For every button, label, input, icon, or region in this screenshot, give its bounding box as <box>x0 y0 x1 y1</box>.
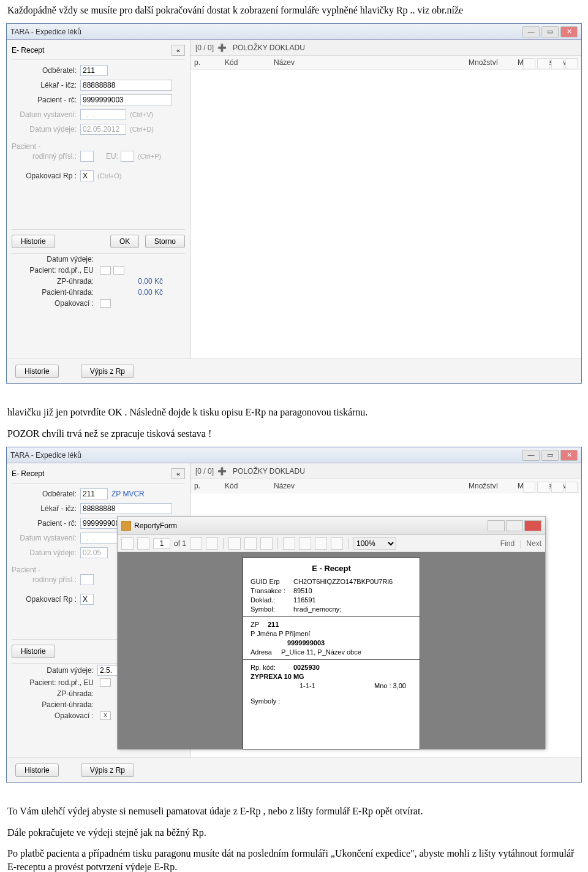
nav-next-icon[interactable] <box>190 537 202 550</box>
doc-paragraph-2b: POZOR chvíli trvá než se zpracuje tiskov… <box>0 423 588 444</box>
label-opak-2: Opakovací Rp : <box>12 595 80 604</box>
label-pacient: Pacient - rč: <box>12 96 80 104</box>
right-panel: [0 / 0] ➕ POLOŽKY DOKLADU p. Kód Název M… <box>190 40 581 358</box>
doc-paragraph-3: To Vám ulehčí výdej abyste si nemuseli p… <box>0 801 588 822</box>
plus-icon-2[interactable]: ➕ <box>217 467 227 476</box>
symboly-label: Symboly : <box>251 697 280 705</box>
label-lekar-2: Lékař - ičz: <box>12 504 80 513</box>
action-icon-3[interactable] <box>551 58 564 69</box>
action-icon-2[interactable] <box>537 58 549 69</box>
recept-paper: E - Recept GUID ErpCH2OT6HIQZZO147BKP0U7… <box>243 557 420 749</box>
under-pac-rod-eu-label: Pacient: rod.př., EU <box>12 266 97 275</box>
app-window-1: TARA - Expedice léků — ▭ ✕ E- Recept « O… <box>6 23 582 384</box>
historie-button-bottom-2[interactable]: Historie <box>15 764 59 777</box>
label-lekar: Lékař - ičz: <box>12 81 80 89</box>
under-panel: Datum výdeje: Pacient: rod.př., EU ZP-úh… <box>12 254 185 310</box>
page-input[interactable] <box>153 538 170 549</box>
under-opak-box <box>100 299 111 308</box>
input-lekar-2[interactable] <box>80 503 172 514</box>
next-link[interactable]: Next <box>526 539 541 548</box>
plus-icon[interactable]: ➕ <box>217 44 227 52</box>
report-canvas: E - Recept GUID ErpCH2OT6HIQZZO147BKP0U7… <box>118 552 545 749</box>
print-icon[interactable] <box>283 537 295 550</box>
titlebar: TARA - Expedice léků — ▭ ✕ <box>7 24 581 40</box>
input-opak[interactable] <box>80 170 94 181</box>
pjmena: P Jména P Příjmení <box>251 630 310 637</box>
close-button-2[interactable]: ✕ <box>560 450 578 461</box>
zp-label: ZP <box>251 621 268 628</box>
action-icon-4[interactable] <box>565 58 578 69</box>
under-eu-box <box>113 266 124 275</box>
export-icon[interactable] <box>331 537 343 550</box>
guid-value: CH2OT6HIQZZO147BKP0U7Ri6 <box>293 578 393 585</box>
left-panel: E- Recept « Odběratel: Lékař - ičz: Paci… <box>7 40 190 358</box>
input-datum-vydeje-2[interactable] <box>80 547 108 558</box>
action-icon-1b[interactable] <box>523 482 535 493</box>
collapse-button[interactable]: « <box>172 45 185 56</box>
input-lekar[interactable] <box>80 80 172 91</box>
back-icon[interactable] <box>228 537 241 550</box>
vypis-button[interactable]: Výpis z Rp <box>81 365 134 378</box>
input-odberatel[interactable] <box>80 65 108 76</box>
zp-link[interactable]: ZP MVCR <box>111 490 145 498</box>
minimize-button-2[interactable]: — <box>522 450 540 461</box>
zp-value: 211 <box>268 621 279 628</box>
storno-button[interactable]: Storno <box>145 235 185 248</box>
collapse-button-2[interactable]: « <box>172 468 185 479</box>
input-rodpr[interactable] <box>80 151 94 162</box>
polozky-label-2: POLOŽKY DOKLADU <box>233 467 305 476</box>
lek-name: ZYPREXA 10 MG <box>251 673 304 680</box>
under2-pacuhrada-label: Pacient-úhrada: <box>12 700 97 709</box>
under-rod-box <box>100 266 111 275</box>
layout-icon[interactable] <box>299 537 311 550</box>
historie-button-bottom[interactable]: Historie <box>15 365 59 378</box>
stop-icon[interactable] <box>244 537 257 550</box>
historie-button-2[interactable]: Historie <box>12 645 55 658</box>
under-pacuhrada-value: 0,00 Kč <box>97 288 185 297</box>
titlebar-2: TARA - Expedice léků — ▭ ✕ <box>7 447 581 463</box>
action-icon-4b[interactable] <box>565 482 578 493</box>
dok-value: 116591 <box>293 596 316 604</box>
input-pacient[interactable] <box>80 94 172 105</box>
input-odberatel-2[interactable] <box>80 488 108 499</box>
label-datum-vystaveni-2: Datum vystavení: <box>12 534 80 542</box>
label-pacient-2: Pacient - rč: <box>12 519 80 528</box>
rep-min-button[interactable] <box>488 520 505 531</box>
minimize-button[interactable]: — <box>522 26 540 37</box>
label-datum-vystaveni: Datum vystavení: <box>12 110 80 119</box>
refresh-icon[interactable] <box>260 537 273 550</box>
vypis-button-2[interactable]: Výpis z Rp <box>81 764 134 777</box>
window-title: TARA - Expedice léků <box>10 28 522 36</box>
rep-close-button[interactable] <box>524 520 541 531</box>
reporty-title: ReportyForm <box>134 521 177 530</box>
nav-prev-icon[interactable] <box>137 537 149 550</box>
historie-button[interactable]: Historie <box>12 235 55 248</box>
rpkod-label: Rp. kód: <box>251 664 293 671</box>
label-rodpr-2: rodinný přísl.: <box>12 575 80 584</box>
label-odberatel: Odběratel: <box>12 66 80 75</box>
hint-ctrlp: (Ctrl+P) <box>138 153 161 160</box>
pagesetup-icon[interactable] <box>315 537 327 550</box>
ok-button[interactable]: OK <box>110 235 139 248</box>
input-datum-vystaveni[interactable] <box>80 109 126 120</box>
zoom-select[interactable]: 100% <box>353 537 396 550</box>
nav-last-icon[interactable] <box>206 537 218 550</box>
under2-pac-rod-eu-label: Pacient: rod.př., EU <box>12 678 97 687</box>
maximize-button[interactable]: ▭ <box>541 26 559 37</box>
maximize-button-2[interactable]: ▭ <box>541 450 559 461</box>
action-icon-2b[interactable] <box>537 482 549 493</box>
input-eu[interactable] <box>121 151 134 162</box>
action-icon-3b[interactable] <box>551 482 564 493</box>
action-icon-1[interactable] <box>523 58 535 69</box>
doc-paragraph-2a: hlavičku již jen potvrdíte OK . Následně… <box>0 402 588 423</box>
close-button[interactable]: ✕ <box>560 26 578 37</box>
rep-max-button[interactable] <box>506 520 523 531</box>
input-datum-vydeje[interactable] <box>80 124 126 135</box>
find-link[interactable]: Find <box>500 539 514 548</box>
under2-opak-box: X <box>100 711 111 720</box>
input-opak-2[interactable] <box>80 594 94 605</box>
nav-first-icon[interactable] <box>121 537 134 550</box>
dok-label: Doklad.: <box>251 596 293 604</box>
under-zpuhrada-value: 0,00 Kč <box>97 277 185 286</box>
input-rodpr-2[interactable] <box>80 574 94 585</box>
